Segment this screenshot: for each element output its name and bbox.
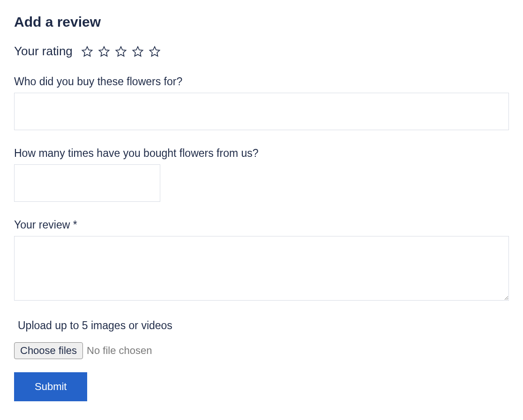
star-icon[interactable] — [149, 45, 161, 58]
submit-button[interactable]: Submit — [14, 372, 87, 401]
star-icon[interactable] — [132, 45, 144, 58]
star-icon[interactable] — [115, 45, 127, 58]
review-field-group: Your review * — [14, 219, 509, 302]
recipient-field-group: Who did you buy these flowers for? — [14, 75, 509, 130]
review-label: Your review * — [14, 219, 509, 231]
star-rating — [81, 45, 161, 58]
star-icon[interactable] — [81, 45, 93, 58]
review-textarea[interactable] — [14, 236, 509, 301]
file-input-row: Choose files No file chosen — [14, 342, 509, 359]
upload-label: Upload up to 5 images or videos — [18, 319, 509, 332]
recipient-input[interactable] — [14, 93, 509, 130]
recipient-label: Who did you buy these flowers for? — [14, 75, 509, 88]
purchase-count-label: How many times have you bought flowers f… — [14, 147, 509, 160]
purchase-count-field-group: How many times have you bought flowers f… — [14, 147, 509, 202]
rating-label: Your rating — [14, 44, 73, 59]
choose-files-button[interactable]: Choose files — [14, 342, 83, 359]
rating-row: Your rating — [14, 44, 509, 59]
purchase-count-input[interactable] — [14, 164, 160, 202]
file-status-text: No file chosen — [87, 345, 152, 357]
upload-section: Upload up to 5 images or videos Choose f… — [14, 319, 509, 359]
page-title: Add a review — [14, 14, 509, 30]
star-icon[interactable] — [98, 45, 110, 58]
